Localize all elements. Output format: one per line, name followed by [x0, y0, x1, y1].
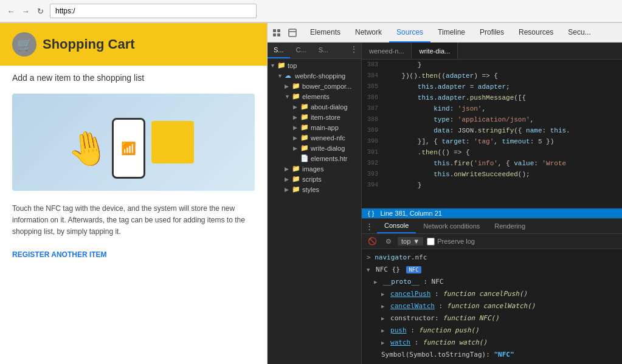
expand-arrow: ▼: [285, 94, 292, 100]
code-tab-write[interactable]: write-dia...: [412, 43, 458, 59]
sources-tab-bar: S... C... S... ⋮: [268, 43, 361, 59]
console-line-watch: ▶ watch : function watch(): [362, 337, 622, 349]
console-line-push: ▶ push : function push(): [362, 325, 622, 337]
tree-item-scripts[interactable]: ▶ 📁 scripts: [268, 174, 361, 184]
wifi-icon: 📶: [121, 141, 136, 156]
folder-icon: 📁: [300, 113, 309, 121]
console-line-cancel-watch: ▶ cancelWatch : function cancelWatch(): [362, 300, 622, 312]
devtools-icon-btn[interactable]: [270, 26, 283, 39]
preserve-log-label: Preserve log: [427, 238, 475, 246]
forward-button[interactable]: →: [19, 5, 32, 17]
folder-icon: 📁: [292, 92, 300, 100]
file-icon: 📄: [300, 154, 309, 162]
tree-item-elements-html[interactable]: 📄 elements.htr: [268, 153, 361, 163]
filter-label: top: [401, 238, 410, 245]
expand-cancel-watch-arrow[interactable]: ▶: [381, 303, 384, 309]
refresh-button[interactable]: ↻: [34, 5, 46, 17]
expand-arrow: ▶: [285, 83, 292, 89]
tab-timeline[interactable]: Timeline: [430, 23, 472, 43]
expand-push-arrow[interactable]: ▶: [381, 328, 384, 334]
console-line-nfc: ▼ NFC {} NFC: [362, 264, 622, 276]
expand-cancel-push-arrow[interactable]: ▶: [381, 291, 384, 297]
register-button[interactable]: REGISTER ANOTHER ITEM: [12, 250, 107, 259]
expand-arrow: ▶: [293, 145, 300, 151]
filter-dropdown-arrow[interactable]: ▼: [413, 238, 420, 245]
page-content: 🛒 Shopping Cart Add a new item to the sh…: [0, 23, 268, 364]
file-tree: ▼ 📁 top ▼ ☁ webnfc-shopping ▶ 📁 bowe: [268, 59, 361, 196]
preserve-log-checkbox[interactable]: [427, 238, 435, 246]
tree-item-top[interactable]: ▼ 📁 top: [268, 60, 361, 70]
svg-rect-4: [289, 29, 296, 36]
folder-icon: 📁: [292, 165, 300, 173]
expand-proto-arrow[interactable]: ▶: [374, 279, 377, 285]
tree-item-write-dialog[interactable]: ▶ 📁 write-dialog: [268, 143, 361, 153]
console-filter-btn[interactable]: ⚙: [383, 236, 394, 247]
cursor-icon: { }: [368, 210, 374, 217]
tab-resources[interactable]: Resources: [511, 23, 561, 43]
tree-item-images[interactable]: ▶ 📁 images: [268, 163, 361, 174]
folder-icon: 📁: [292, 175, 300, 183]
tree-item-item-store[interactable]: ▶ 📁 item-store: [268, 112, 361, 122]
expand-nfc-arrow[interactable]: ▼: [367, 267, 370, 273]
folder-icon: 📁: [300, 134, 309, 142]
sources-tab-3[interactable]: S...: [313, 43, 335, 58]
tab-sources[interactable]: Sources: [389, 23, 430, 43]
tab-network[interactable]: Network: [348, 23, 389, 43]
code-line-386: 386 this.adapter.pushMessage([{: [362, 92, 622, 103]
tree-item-weneed-nfc[interactable]: ▶ 📁 weneed-nfc: [268, 132, 361, 143]
devtools-tab-bar: Elements Network Sources Timeline Profil…: [268, 23, 622, 43]
expand-arrow: ▶: [293, 104, 300, 110]
code-line-389: 389 data: JSON.stringify({ name: this.: [362, 125, 622, 136]
browser-toolbar: ← → ↻: [0, 0, 622, 22]
console-panel: ⋮ Console Network conditions Rendering 🚫…: [362, 218, 622, 364]
tree-item-elements[interactable]: ▼ 📁 elements: [268, 91, 361, 101]
code-line-388: 388 type: 'application/json',: [362, 114, 622, 125]
code-line-392: 392 this.fire('info', { value: 'Wrote: [362, 158, 622, 169]
tab-rendering[interactable]: Rendering: [487, 219, 533, 233]
console-filter-area: top ▼: [398, 237, 423, 246]
tab-console[interactable]: Console: [377, 219, 416, 233]
tree-item-about-dialog[interactable]: ▶ 📁 about-dialog: [268, 101, 361, 112]
page-header-icon: 🛒: [12, 32, 36, 57]
code-tab-weneed[interactable]: weneed-n...: [362, 43, 412, 59]
console-line-navigator: > navigator.nfc: [362, 252, 622, 264]
tree-item-styles[interactable]: ▶ 📁 styles: [268, 184, 361, 194]
expand-watch-arrow[interactable]: ▶: [381, 340, 384, 346]
tree-item-main-app[interactable]: ▶ 📁 main-app: [268, 122, 361, 132]
page-description: Touch the NFC tag with the device, and t…: [0, 197, 267, 244]
nav-buttons: ← → ↻: [5, 5, 46, 17]
console-line-cancel-push: ▶ cancelPush : function cancelPush(): [362, 288, 622, 300]
devtools-dock-btn[interactable]: [286, 26, 299, 39]
svg-rect-3: [277, 33, 280, 36]
tab-profiles[interactable]: Profiles: [472, 23, 511, 43]
sources-tab-1[interactable]: S...: [268, 43, 290, 58]
svg-rect-2: [273, 33, 276, 36]
folder-icon: 📁: [300, 103, 309, 111]
browser-chrome: ← → ↻: [0, 0, 622, 23]
page-subtitle: Add a new item to the shopping list: [0, 66, 267, 88]
tab-network-conditions[interactable]: Network conditions: [416, 219, 487, 233]
sources-more-btn[interactable]: ⋮: [347, 43, 361, 58]
console-toolbar: 🚫 ⚙ top ▼ Preserve log: [362, 234, 622, 249]
tree-item-bower[interactable]: ▶ 📁 bower_compor...: [268, 81, 361, 91]
folder-icon: 📁: [300, 144, 309, 152]
tree-item-webnfc[interactable]: ▼ ☁ webnfc-shopping: [268, 70, 361, 81]
code-line-394: 394 }: [362, 180, 622, 191]
address-bar[interactable]: [50, 4, 257, 18]
console-tab-bar: ⋮ Console Network conditions Rendering: [362, 219, 622, 234]
code-line-390: 390 }], { target: 'tag', timeout: 5 }): [362, 136, 622, 147]
sources-tab-2[interactable]: C...: [290, 43, 313, 58]
expand-constructor-arrow[interactable]: ▶: [381, 315, 384, 321]
code-file-tabs: weneed-n... write-dia...: [362, 43, 622, 60]
expand-arrow: ▶: [293, 125, 300, 131]
tab-elements[interactable]: Elements: [303, 23, 348, 43]
code-line-384: 384 })().then((adapter) => {: [362, 70, 622, 81]
console-line-proto: ▶ __proto__ : NFC: [362, 276, 622, 288]
console-clear-btn[interactable]: 🚫: [365, 236, 379, 247]
back-button[interactable]: ←: [5, 5, 17, 17]
console-panel-menu[interactable]: ⋮: [362, 221, 377, 232]
tab-security[interactable]: Secu...: [561, 23, 598, 43]
phone-illustration: 📶: [112, 118, 145, 179]
expand-arrow: ▼: [270, 63, 277, 69]
code-editor[interactable]: 383 } 384 })().then((adapter) => { 385 t…: [362, 60, 622, 208]
